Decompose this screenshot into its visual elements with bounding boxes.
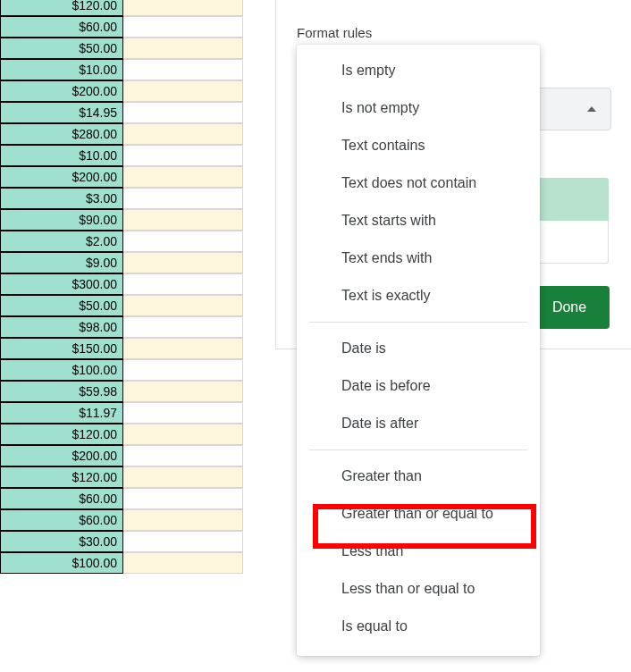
format-condition-menu: Is empty Is not empty Text contains Text…: [297, 45, 540, 656]
cell-empty[interactable]: [123, 552, 243, 574]
cell-empty[interactable]: [123, 509, 243, 531]
menu-item-is-equal-to[interactable]: Is equal to: [297, 608, 540, 645]
menu-separator: [309, 449, 527, 450]
menu-item-greater-than[interactable]: Greater than: [297, 458, 540, 495]
cell-empty[interactable]: [123, 359, 243, 381]
menu-item-text-is-exactly[interactable]: Text is exactly: [297, 277, 540, 315]
cell-empty[interactable]: [123, 466, 243, 488]
cell-value[interactable]: $10.00: [0, 145, 123, 166]
menu-item-text-starts-with[interactable]: Text starts with: [297, 202, 540, 239]
cell-value[interactable]: $120.00: [0, 466, 123, 488]
cell-value[interactable]: $100.00: [0, 552, 123, 574]
menu-item-text-ends-with[interactable]: Text ends with: [297, 239, 540, 277]
cell-empty[interactable]: [123, 0, 243, 16]
cell-value[interactable]: $280.00: [0, 123, 123, 145]
menu-item-text-contains[interactable]: Text contains: [297, 127, 540, 164]
done-button[interactable]: Done: [529, 286, 610, 329]
cell-value[interactable]: $10.00: [0, 59, 123, 80]
caret-up-icon: [587, 106, 596, 112]
menu-item-date-is-before[interactable]: Date is before: [297, 367, 540, 405]
menu-separator: [309, 322, 527, 323]
cell-value[interactable]: $90.00: [0, 209, 123, 231]
cell-value[interactable]: $100.00: [0, 359, 123, 381]
cell-value[interactable]: $150.00: [0, 338, 123, 359]
cell-value[interactable]: $200.00: [0, 80, 123, 102]
cell-empty[interactable]: [123, 316, 243, 338]
cell-value[interactable]: $30.00: [0, 531, 123, 552]
menu-item-date-is-after[interactable]: Date is after: [297, 405, 540, 442]
cell-empty[interactable]: [123, 145, 243, 166]
cell-empty[interactable]: [123, 295, 243, 316]
cell-empty[interactable]: [123, 445, 243, 466]
cell-empty[interactable]: [123, 166, 243, 188]
cell-empty[interactable]: [123, 123, 243, 145]
cell-empty[interactable]: [123, 209, 243, 231]
cell-value[interactable]: $60.00: [0, 488, 123, 509]
cell-value[interactable]: $60.00: [0, 509, 123, 531]
menu-item-is-empty[interactable]: Is empty: [297, 52, 540, 89]
menu-item-greater-than-or-equal-to[interactable]: Greater than or equal to: [297, 495, 540, 533]
cell-value[interactable]: $120.00: [0, 0, 123, 16]
cell-value[interactable]: $59.98: [0, 381, 123, 402]
cell-empty[interactable]: [123, 273, 243, 295]
cell-value[interactable]: $11.97: [0, 402, 123, 424]
cell-value[interactable]: $2.00: [0, 231, 123, 252]
cell-empty[interactable]: [123, 338, 243, 359]
cell-empty[interactable]: [123, 102, 243, 123]
cell-empty[interactable]: [123, 252, 243, 273]
cell-empty[interactable]: [123, 188, 243, 209]
panel-divider: [275, 0, 276, 349]
cell-empty[interactable]: [123, 59, 243, 80]
cell-empty[interactable]: [123, 80, 243, 102]
cell-value[interactable]: $200.00: [0, 445, 123, 466]
spreadsheet-grid[interactable]: $120.00 $60.00 $50.00 $10.00 $200.00 $14…: [0, 0, 246, 574]
cell-value[interactable]: $3.00: [0, 188, 123, 209]
menu-item-is-not-empty[interactable]: Is not empty: [297, 89, 540, 127]
format-rules-label: Format rules: [297, 25, 372, 40]
menu-item-date-is[interactable]: Date is: [297, 330, 540, 367]
cell-value[interactable]: $200.00: [0, 166, 123, 188]
cell-empty[interactable]: [123, 381, 243, 402]
cell-value[interactable]: $14.95: [0, 102, 123, 123]
cell-empty[interactable]: [123, 38, 243, 59]
cell-value[interactable]: $98.00: [0, 316, 123, 338]
cell-empty[interactable]: [123, 231, 243, 252]
menu-item-less-than[interactable]: Less than: [297, 533, 540, 570]
cell-value[interactable]: $60.00: [0, 16, 123, 38]
menu-item-less-than-or-equal-to[interactable]: Less than or equal to: [297, 570, 540, 608]
cell-empty[interactable]: [123, 16, 243, 38]
cell-value[interactable]: $50.00: [0, 38, 123, 59]
cell-empty[interactable]: [123, 402, 243, 424]
cell-value[interactable]: $50.00: [0, 295, 123, 316]
cell-empty[interactable]: [123, 531, 243, 552]
menu-item-text-does-not-contain[interactable]: Text does not contain: [297, 164, 540, 202]
cell-empty[interactable]: [123, 424, 243, 445]
cell-empty[interactable]: [123, 488, 243, 509]
cell-value[interactable]: $120.00: [0, 424, 123, 445]
cell-value[interactable]: $300.00: [0, 273, 123, 295]
cell-value[interactable]: $9.00: [0, 252, 123, 273]
